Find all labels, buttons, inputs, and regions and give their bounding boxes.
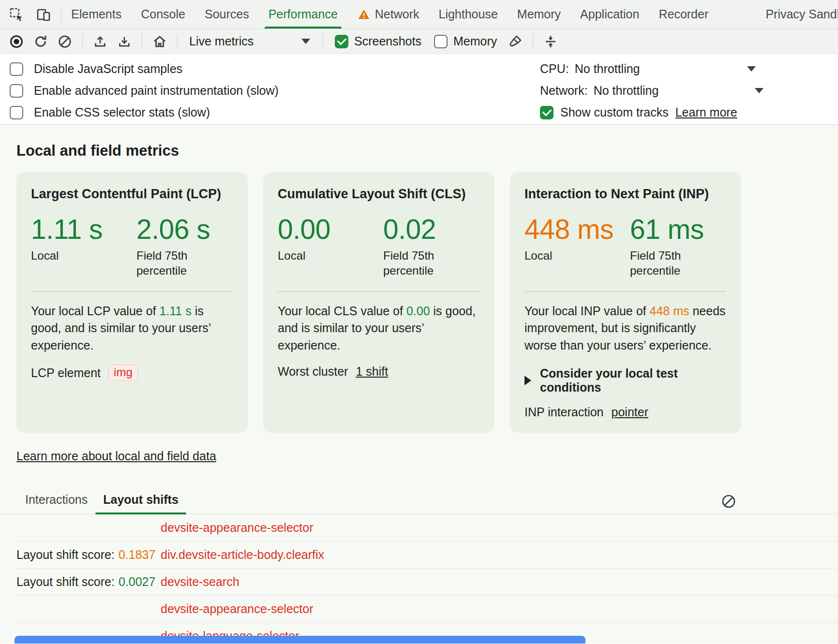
network-throttling-row: Network: No throttling bbox=[540, 80, 757, 102]
logs-tabbar: Interactions Layout shifts bbox=[0, 490, 838, 514]
lcp-element-node-link[interactable]: img bbox=[108, 365, 138, 381]
lcp-element-row: LCP element img bbox=[31, 365, 232, 381]
values-row: 448 ms Local 61 ms Field 75th percentile bbox=[524, 215, 726, 278]
local-test-conditions-expander[interactable]: Consider your local test conditions bbox=[524, 366, 726, 395]
tab-sources[interactable]: Sources bbox=[195, 0, 259, 29]
memory-checkbox[interactable] bbox=[434, 35, 448, 48]
layout-shift-row[interactable]: Layout shift score:0.1837 div.devsite-ar… bbox=[15, 542, 838, 569]
shifted-element-link[interactable]: devsite-appearance-selector bbox=[161, 602, 313, 616]
cpu-throttling-select[interactable]: No throttling bbox=[575, 62, 757, 76]
score-value: 0.1837 bbox=[119, 548, 155, 561]
network-throttling-select[interactable]: No throttling bbox=[594, 84, 757, 98]
settings-left: Disable JavaScript samples Enable advanc… bbox=[10, 58, 279, 124]
show-custom-tracks-row: Show custom tracks Learn more bbox=[540, 102, 757, 123]
layout-shift-row[interactable]: devsite-appearance-selector bbox=[15, 514, 838, 542]
home-icon[interactable] bbox=[149, 31, 170, 52]
tabbar-left-icons bbox=[0, 0, 61, 29]
card-title: Interaction to Next Paint (INP) bbox=[524, 187, 726, 202]
layout-shift-score: Layout shift score:0.0027 bbox=[15, 575, 161, 589]
tab-label: Layout shifts bbox=[103, 493, 179, 506]
css-selector-stats-checkbox[interactable] bbox=[10, 106, 23, 119]
tab-application[interactable]: Application bbox=[570, 0, 649, 29]
card-divider bbox=[278, 291, 479, 292]
local-label: Local bbox=[31, 248, 91, 263]
shifted-element-link[interactable]: div.devsite-article-body.clearfix bbox=[161, 548, 324, 562]
custom-tracks-learn-more-link[interactable]: Learn more bbox=[675, 105, 737, 119]
tab-network[interactable]: Network bbox=[347, 0, 429, 29]
field-value: 0.02 bbox=[383, 215, 444, 243]
tab-console[interactable]: Console bbox=[131, 0, 195, 29]
local-value: 1.11 s bbox=[31, 215, 136, 243]
devtools-tabbar: Elements Console Sources Performance Net… bbox=[0, 0, 838, 29]
tab-interactions[interactable]: Interactions bbox=[17, 493, 95, 514]
field-data-learn-more-link[interactable]: Learn more about local and field data bbox=[16, 449, 216, 463]
field-label: Field 75th percentile bbox=[136, 248, 197, 278]
field-value: 61 ms bbox=[630, 215, 704, 243]
card-title: Cumulative Layout Shift (CLS) bbox=[278, 187, 479, 202]
cpu-throttling-value: No throttling bbox=[575, 62, 640, 76]
values-row: 0.00 Local 0.02 Field 75th percentile bbox=[278, 215, 479, 278]
screenshots-checkbox[interactable] bbox=[335, 35, 348, 48]
tab-layout-shifts[interactable]: Layout shifts bbox=[95, 493, 186, 514]
horizontal-scrollbar-thumb[interactable] bbox=[15, 636, 585, 644]
panel-tabs: Elements Console Sources Performance Net… bbox=[61, 0, 838, 29]
shifted-element-link[interactable]: devsite-search bbox=[161, 575, 239, 589]
local-label: Local bbox=[524, 248, 585, 263]
divider bbox=[323, 34, 323, 49]
inp-interaction-label: INP interaction bbox=[524, 405, 604, 419]
advanced-paint-checkbox[interactable] bbox=[10, 84, 23, 98]
setting-label: Enable CSS selector stats (slow) bbox=[34, 105, 210, 119]
memory-option: Memory bbox=[429, 34, 502, 48]
upload-profile-icon[interactable] bbox=[90, 31, 111, 52]
tab-elements[interactable]: Elements bbox=[61, 0, 131, 29]
record-icon[interactable] bbox=[6, 31, 27, 52]
tab-label: Elements bbox=[71, 7, 121, 21]
tab-label: Sources bbox=[205, 7, 249, 21]
divider bbox=[142, 34, 142, 49]
clean-icon[interactable] bbox=[505, 31, 526, 52]
tab-lighthouse[interactable]: Lighthouse bbox=[429, 0, 507, 29]
shortcuts-collapse-icon[interactable] bbox=[540, 31, 561, 52]
view-mode-select[interactable]: Live metrics bbox=[184, 34, 316, 48]
tab-recorder[interactable]: Recorder bbox=[649, 0, 718, 29]
card-divider bbox=[31, 291, 232, 292]
inspect-icon[interactable] bbox=[8, 6, 25, 23]
show-custom-tracks-label: Show custom tracks bbox=[560, 105, 669, 119]
metric-card-cls: Cumulative Layout Shift (CLS) 0.00 Local… bbox=[263, 172, 494, 433]
tab-label: Performance bbox=[269, 7, 338, 21]
worst-cluster-link[interactable]: 1 shift bbox=[356, 365, 388, 379]
page-title: Local and field metrics bbox=[16, 142, 838, 160]
shifted-element-link[interactable]: devsite-appearance-selector bbox=[161, 521, 313, 535]
live-metrics-logs: Interactions Layout shifts devsite-appea… bbox=[0, 490, 838, 644]
inp-interaction-row: INP interaction pointer bbox=[524, 405, 726, 419]
memory-label: Memory bbox=[453, 34, 497, 48]
network-throttling-value: No throttling bbox=[594, 84, 659, 98]
show-custom-tracks-checkbox[interactable] bbox=[540, 106, 554, 119]
download-profile-icon[interactable] bbox=[114, 31, 135, 52]
tab-memory[interactable]: Memory bbox=[508, 0, 570, 29]
tab-privacy-sandbox[interactable]: Privacy Sandbox bbox=[756, 0, 838, 29]
score-label: Layout shift score: bbox=[16, 548, 115, 561]
disable-js-samples-checkbox[interactable] bbox=[10, 62, 23, 76]
clear-log-icon[interactable] bbox=[720, 493, 737, 510]
tab-label: Application bbox=[580, 7, 639, 21]
chevron-down-icon bbox=[755, 88, 763, 93]
setting-label: Disable JavaScript samples bbox=[34, 62, 182, 76]
performance-toolbar: Live metrics Screenshots Memory bbox=[0, 29, 838, 54]
divider bbox=[82, 34, 83, 49]
settings-right: CPU: No throttling Network: No throttlin… bbox=[540, 58, 757, 124]
tab-performance[interactable]: Performance bbox=[259, 0, 347, 29]
layout-shift-row[interactable]: Layout shift score:0.0027 devsite-search bbox=[15, 569, 838, 596]
reload-icon[interactable] bbox=[30, 31, 51, 52]
chevron-down-icon bbox=[747, 66, 756, 72]
metric-card-inp: Interaction to Next Paint (INP) 448 ms L… bbox=[510, 172, 741, 433]
inp-interaction-link[interactable]: pointer bbox=[612, 405, 648, 419]
tab-label: Memory bbox=[517, 7, 561, 21]
local-value-block: 0.00 Local bbox=[278, 215, 383, 278]
field-label: Field 75th percentile bbox=[630, 248, 690, 278]
layout-shift-row[interactable]: devsite-appearance-selector bbox=[15, 596, 838, 623]
device-toolbar-icon[interactable] bbox=[35, 6, 52, 23]
desc-value: 448 ms bbox=[650, 304, 689, 318]
worst-cluster-label: Worst cluster bbox=[278, 365, 348, 379]
block-icon[interactable] bbox=[54, 31, 75, 52]
